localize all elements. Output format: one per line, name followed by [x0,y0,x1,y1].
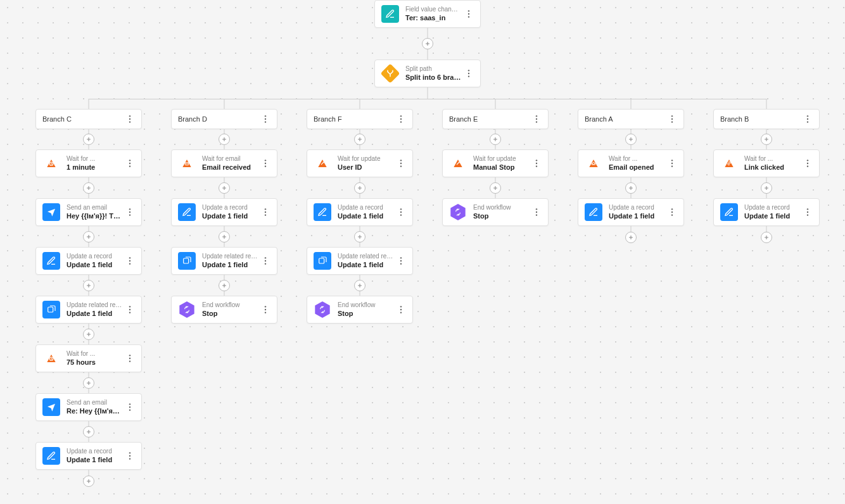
svg-point-74 [536,214,537,215]
split-node[interactable]: Split pathSplit into 6 branches [374,60,481,87]
more-icon[interactable] [396,158,406,168]
more-icon[interactable] [667,114,677,124]
step-node[interactable]: Update related recordsUpdate 1 field [35,296,142,324]
add-step-button[interactable] [625,182,637,194]
add-step-button[interactable] [83,231,94,243]
add-step-button[interactable] [219,182,230,194]
add-step-button[interactable] [354,182,365,194]
svg-point-44 [265,257,266,258]
add-step-button[interactable] [83,134,94,145]
more-icon[interactable] [803,207,813,217]
more-icon[interactable] [260,207,270,217]
step-node[interactable]: Send an emailHey {{Ім'я}}! This is t... [35,198,142,226]
more-icon[interactable] [125,256,135,266]
step-node[interactable]: Wait for ...Link clicked [713,149,820,177]
more-icon[interactable] [125,353,135,363]
step-node[interactable]: End workflowStop [442,198,549,226]
connector-line [89,99,89,109]
branch-header[interactable]: Branch E [442,109,549,129]
add-step-button[interactable] [83,329,94,340]
add-step-button[interactable] [219,231,230,243]
add-step-button[interactable] [219,280,230,291]
trigger-node[interactable]: Field value changesTer: saas_in [374,0,481,28]
more-icon[interactable] [396,256,406,266]
add-step-button[interactable] [354,280,365,291]
add-step-button[interactable] [83,377,94,389]
add-step-button[interactable] [625,232,637,243]
add-step-button[interactable] [83,426,94,438]
more-icon[interactable] [464,68,474,79]
step-node[interactable]: Update a recordUpdate 1 field [578,198,684,226]
more-icon[interactable] [531,207,542,217]
stop-icon [178,301,196,318]
svg-point-26 [129,360,130,362]
branch-header[interactable]: Branch C [35,109,142,129]
more-icon[interactable] [396,207,406,217]
more-icon[interactable] [125,158,135,168]
more-icon[interactable] [667,207,677,217]
more-icon[interactable] [531,114,542,124]
add-step-button[interactable] [761,232,772,243]
node-subtitle: Update related records [67,301,122,309]
step-node[interactable]: End workflowStop [307,296,413,324]
add-step-button[interactable] [83,476,94,487]
more-icon[interactable] [125,114,135,124]
step-node[interactable]: Update a recordUpdate 1 field [713,198,820,226]
step-node[interactable]: Update a recordUpdate 1 field [35,442,142,470]
step-node[interactable]: Wait for emailEmail received [171,149,277,177]
step-node[interactable]: Update related recordsUpdate 1 field [171,247,277,275]
more-icon[interactable] [531,158,542,168]
step-node[interactable]: Update related recordsUpdate 1 field [307,247,413,275]
more-icon[interactable] [464,9,474,19]
add-step-button[interactable] [219,134,230,145]
svg-point-5 [468,75,469,77]
svg-point-34 [265,118,266,120]
more-icon[interactable] [125,207,135,217]
more-icon[interactable] [260,256,270,266]
svg-point-31 [129,455,130,457]
step-node[interactable]: Update a recordUpdate 1 field [171,198,277,226]
split-icon [381,65,399,82]
more-icon[interactable] [667,158,677,168]
more-icon[interactable] [396,305,406,315]
update-related-icon [42,301,60,318]
more-icon[interactable] [260,158,270,168]
step-node[interactable]: End workflowStop [171,296,277,324]
add-step-button[interactable] [354,134,365,145]
step-node[interactable]: Wait for ...75 hours [35,344,142,372]
branch-header[interactable]: Branch D [171,109,277,129]
more-icon[interactable] [803,114,813,124]
add-step-button[interactable] [83,280,94,291]
step-node[interactable]: Wait for ...1 minute [35,149,142,177]
branch-header[interactable]: Branch A [578,109,684,129]
more-icon[interactable] [260,114,270,124]
node-title: Update 1 field [67,309,122,318]
add-step-button[interactable] [761,182,772,194]
branch-header[interactable]: Branch F [307,109,413,129]
add-step-button[interactable] [422,38,433,49]
more-icon[interactable] [396,114,406,124]
step-node[interactable]: Update a recordUpdate 1 field [35,247,142,275]
step-node[interactable]: Update a recordUpdate 1 field [307,198,413,226]
add-step-button[interactable] [761,134,772,145]
svg-point-90 [807,208,808,210]
step-node[interactable]: Wait for updateUser ID [307,149,413,177]
more-icon[interactable] [260,305,270,315]
node-subtitle: Send an email [67,204,122,211]
send-email-icon [42,398,60,416]
more-icon[interactable] [125,451,135,461]
step-node[interactable]: Send an emailRe: Hey {{Ім'я}}! This ... [35,393,142,421]
step-node[interactable]: Wait for ...Email opened [578,149,684,177]
add-step-button[interactable] [354,231,365,243]
branch-header[interactable]: Branch B [713,109,820,129]
add-step-button[interactable] [625,134,637,145]
more-icon[interactable] [803,158,813,168]
update-record-icon [720,203,738,221]
add-step-button[interactable] [490,182,501,194]
add-step-button[interactable] [490,134,501,145]
svg-rect-43 [184,258,189,263]
step-node[interactable]: Wait for updateManual Stop [442,149,549,177]
add-step-button[interactable] [83,182,94,194]
more-icon[interactable] [125,305,135,315]
more-icon[interactable] [125,402,135,412]
